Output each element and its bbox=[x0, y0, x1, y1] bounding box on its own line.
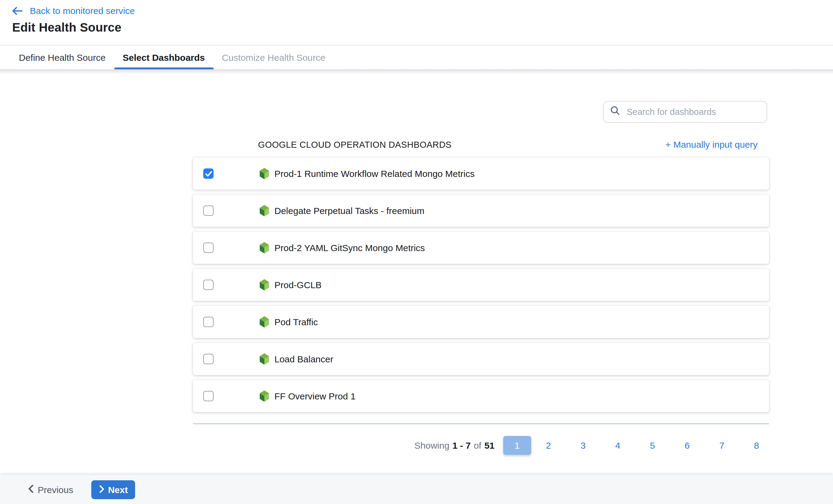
dashboard-checkbox[interactable] bbox=[203, 391, 214, 401]
pagination-page-active[interactable]: 1 bbox=[503, 436, 531, 455]
dashboard-hexagon-icon bbox=[259, 353, 269, 365]
wizard-tabbar: Define Health Source Select Dashboards C… bbox=[0, 45, 833, 69]
checkmark-icon bbox=[205, 171, 212, 177]
dashboard-row[interactable]: Pod Traffic bbox=[193, 306, 769, 338]
chevron-right-icon bbox=[99, 484, 104, 495]
arrow-left-icon bbox=[12, 6, 23, 15]
dashboard-hexagon-icon bbox=[259, 242, 269, 253]
manually-input-query-link[interactable]: + Manually input query bbox=[665, 139, 758, 150]
pagination-range: 1 - 7 bbox=[452, 440, 471, 451]
dashboard-name: Prod-2 YAML GitSync Mongo Metrics bbox=[275, 243, 425, 253]
next-button-label: Next bbox=[108, 484, 128, 495]
dashboard-hexagon-icon bbox=[259, 390, 269, 402]
pagination-page[interactable]: 7 bbox=[705, 440, 739, 451]
tabbar-shadow-divider bbox=[0, 69, 833, 74]
dashboard-row[interactable]: Prod-2 YAML GitSync Mongo Metrics bbox=[193, 232, 769, 264]
previous-button-label: Previous bbox=[38, 484, 73, 495]
list-end-divider bbox=[193, 423, 769, 424]
tab-define-health-source[interactable]: Define Health Source bbox=[10, 46, 114, 69]
pagination-total: 51 bbox=[484, 440, 494, 451]
previous-button[interactable]: Previous bbox=[28, 484, 73, 495]
dashboard-hexagon-icon bbox=[259, 279, 269, 291]
tab-select-dashboards[interactable]: Select Dashboards bbox=[114, 46, 213, 69]
dashboard-row[interactable]: Delegate Perpetual Tasks - freemium bbox=[193, 195, 769, 227]
pagination-page[interactable]: 4 bbox=[600, 440, 635, 451]
dashboard-name: Delegate Perpetual Tasks - freemium bbox=[275, 205, 424, 216]
wizard-footer: Previous Next bbox=[0, 475, 833, 504]
dashboard-name: Load Balancer bbox=[275, 354, 333, 364]
dashboard-row[interactable]: Load Balancer bbox=[193, 343, 769, 375]
dashboard-checkbox[interactable] bbox=[203, 280, 214, 290]
dashboard-hexagon-icon bbox=[259, 168, 269, 179]
tab-customize-health-source[interactable]: Customize Health Source bbox=[213, 46, 334, 69]
chevron-left-icon bbox=[28, 484, 33, 495]
pagination-page[interactable]: 6 bbox=[670, 440, 705, 451]
dashboard-search bbox=[603, 101, 767, 123]
dashboard-checkbox[interactable] bbox=[203, 169, 214, 179]
dashboard-list: Prod-1 Runtime Workflow Related Mongo Me… bbox=[193, 157, 769, 417]
pagination-pages: 12345678 bbox=[503, 436, 774, 455]
app-window: Back to monitored service Edit Health So… bbox=[0, 0, 833, 504]
back-link-label: Back to monitored service bbox=[30, 5, 135, 16]
dashboards-section-title: GOOGLE CLOUD OPERATION DASHBOARDS bbox=[258, 140, 451, 150]
pagination: Showing 1 - 7 of 51 12345678 bbox=[414, 436, 774, 455]
dashboard-checkbox[interactable] bbox=[203, 243, 214, 253]
dashboard-name: Prod-1 Runtime Workflow Related Mongo Me… bbox=[275, 169, 475, 179]
dashboard-checkbox[interactable] bbox=[203, 354, 214, 364]
dashboard-checkbox[interactable] bbox=[203, 317, 214, 327]
pagination-page[interactable]: 3 bbox=[566, 440, 600, 451]
page-title: Edit Health Source bbox=[12, 21, 121, 35]
dashboard-checkbox[interactable] bbox=[203, 205, 214, 216]
dashboard-row[interactable]: Prod-GCLB bbox=[193, 269, 769, 301]
pagination-page[interactable]: 2 bbox=[531, 440, 566, 451]
back-link[interactable]: Back to monitored service bbox=[12, 5, 135, 16]
pagination-page[interactable]: 8 bbox=[739, 440, 774, 451]
edit-health-source-page: Back to monitored service Edit Health So… bbox=[0, 0, 833, 504]
dashboard-name: FF Overview Prod 1 bbox=[275, 391, 356, 401]
dashboard-hexagon-icon bbox=[259, 316, 269, 328]
pagination-page[interactable]: 5 bbox=[635, 440, 670, 451]
pagination-status: Showing 1 - 7 of 51 bbox=[414, 440, 495, 451]
search-icon bbox=[610, 106, 620, 118]
dashboard-hexagon-icon bbox=[259, 205, 269, 217]
dashboard-row[interactable]: FF Overview Prod 1 bbox=[193, 380, 769, 412]
dashboard-row[interactable]: Prod-1 Runtime Workflow Related Mongo Me… bbox=[193, 157, 769, 190]
dashboard-name: Pod Traffic bbox=[275, 317, 318, 327]
next-button[interactable]: Next bbox=[92, 480, 135, 499]
dashboard-name: Prod-GCLB bbox=[275, 280, 322, 290]
search-input[interactable] bbox=[625, 106, 760, 117]
